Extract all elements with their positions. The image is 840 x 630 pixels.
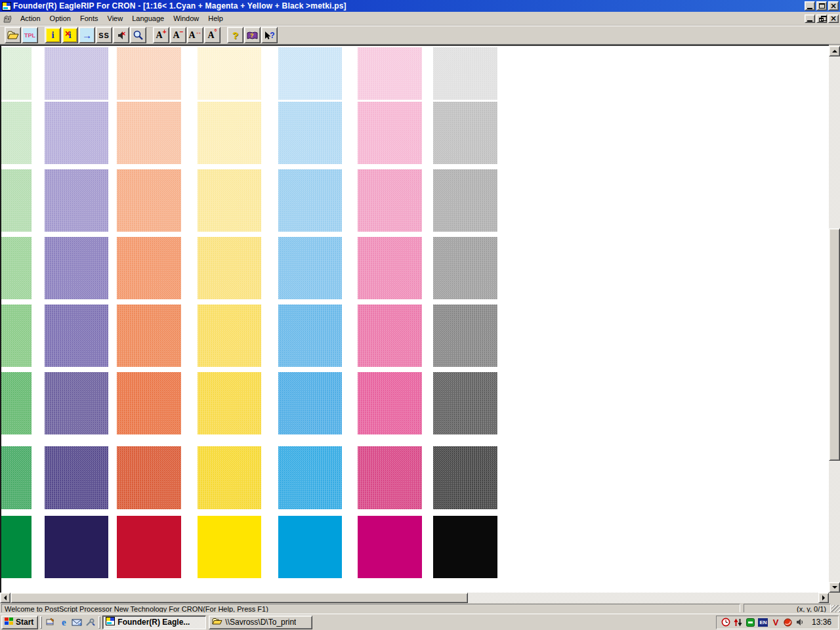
menu-item-language[interactable]: Language: [127, 13, 169, 24]
color-swatch-magenta-2: [358, 102, 422, 164]
color-swatch-cyan-8: [278, 516, 342, 578]
color-swatch-magenta-8: [358, 516, 422, 578]
taskbar-handle[interactable]: [40, 616, 42, 629]
help-button[interactable]: ?: [227, 27, 243, 43]
color-swatch-cyan-4: [278, 237, 342, 299]
info-x-icon: i×: [63, 28, 77, 42]
quicklaunch-show-desktop-icon[interactable]: [44, 616, 57, 629]
menu-item-option[interactable]: Option: [45, 13, 75, 24]
color-swatch-cyan-5: [278, 304, 342, 367]
tray-antivirus-icon[interactable]: V: [770, 617, 781, 627]
mdi-close-button[interactable]: ×: [828, 14, 839, 23]
quicklaunch-internet-explorer-icon[interactable]: e: [57, 616, 70, 629]
open-file-button[interactable]: [5, 27, 21, 43]
color-swatch-violet-8: [45, 516, 108, 578]
menu-item-action[interactable]: Action: [16, 13, 45, 24]
mute-button[interactable]: ×: [113, 27, 129, 43]
tray-volume-icon[interactable]: [795, 617, 806, 627]
font-increase-button[interactable]: A+: [153, 27, 169, 43]
question-icon: ?: [228, 28, 242, 42]
scroll-left-button[interactable]: [0, 593, 10, 603]
book-icon: ?: [245, 28, 259, 42]
tray-scheduler-icon[interactable]: [721, 617, 731, 627]
resize-grip[interactable]: [831, 605, 840, 614]
color-swatch-yellow-6: [198, 372, 261, 434]
minimize-button[interactable]: [805, 1, 815, 10]
color-swatch-orange-8: [117, 516, 181, 578]
ss-button[interactable]: SS: [96, 27, 112, 43]
task-label: Founder(R) Eagle...: [117, 618, 190, 627]
task-button-active[interactable]: Founder(R) Eagle...: [102, 616, 206, 629]
scroll-up-button[interactable]: [829, 46, 840, 56]
color-swatch-black-6: [433, 372, 497, 434]
color-swatch-violet-3: [45, 169, 108, 232]
tray-red-ball-icon[interactable]: [783, 617, 793, 627]
title-bar[interactable]: Founder(R) EagleRIP For CRON - [1:16< 1.…: [0, 0, 840, 12]
task-label: \\Savross\D\To_print: [225, 618, 296, 627]
tray-language-indicator[interactable]: EN: [758, 617, 768, 627]
font-decrease-button[interactable]: A−: [170, 27, 186, 43]
quicklaunch-tools-icon[interactable]: [83, 616, 96, 629]
desktop: Founder(R) EagleRIP For CRON - [1:16< 1.…: [0, 0, 840, 630]
menu-item-window[interactable]: Window: [169, 13, 203, 24]
font-width-button[interactable]: A↔: [187, 27, 203, 43]
color-swatch-yellow-8: [198, 516, 261, 578]
close-button[interactable]: ×: [828, 1, 839, 10]
maximize-icon: [819, 3, 825, 9]
scroll-down-button[interactable]: [829, 582, 840, 593]
scroll-right-button[interactable]: [818, 593, 829, 603]
maximize-button[interactable]: [816, 1, 827, 10]
app-window-icon: [106, 617, 115, 627]
color-swatch-green-2: [1, 102, 32, 164]
folder-icon: [6, 28, 20, 42]
color-swatch-green-4: [1, 237, 32, 299]
color-swatch-orange-2: [117, 102, 181, 164]
zoom-button[interactable]: [130, 27, 146, 43]
tray-updown-arrows-icon[interactable]: [733, 617, 744, 627]
font-rotate-button[interactable]: A°: [204, 27, 220, 43]
color-swatch-yellow-3: [198, 169, 261, 232]
taskbar-handle[interactable]: [98, 616, 100, 629]
mdi-restore-button[interactable]: [816, 14, 827, 23]
menu-item-view[interactable]: View: [103, 13, 128, 24]
template-button[interactable]: TPL: [22, 27, 38, 43]
color-swatch-magenta-4: [358, 237, 422, 299]
help-topics-button[interactable]: ?: [244, 27, 261, 43]
quicklaunch-outlook-icon[interactable]: [70, 616, 83, 629]
color-swatch-black-7: [433, 446, 497, 509]
mdi-restore-icon: [819, 18, 824, 22]
vscroll-thumb[interactable]: [829, 228, 840, 461]
scrollbar-corner: [829, 593, 840, 603]
start-button[interactable]: Start: [1, 616, 38, 629]
color-swatch-yellow-2: [198, 102, 261, 164]
info-on-button[interactable]: i: [45, 27, 61, 43]
horizontal-scrollbar[interactable]: [0, 593, 829, 603]
color-swatch-orange-4: [117, 237, 181, 299]
color-swatch-orange-5: [117, 304, 181, 367]
context-help-button[interactable]: ?: [261, 27, 278, 43]
task-button[interactable]: \\Savross\D\To_print: [209, 616, 312, 629]
color-swatch-orange-3: [117, 169, 181, 232]
color-swatch-green-1: [1, 47, 32, 100]
forward-button[interactable]: →: [79, 27, 95, 43]
menu-item-fonts[interactable]: Fonts: [75, 13, 103, 24]
color-swatch-violet-4: [45, 237, 108, 299]
color-swatch-black-2: [433, 102, 497, 164]
taskbar-clock[interactable]: 13:36: [808, 618, 834, 627]
svg-text:?: ?: [250, 32, 254, 39]
color-swatch-cyan-2: [278, 102, 342, 164]
vertical-scrollbar[interactable]: [829, 46, 840, 593]
color-swatch-cyan-1: [278, 47, 342, 100]
hscroll-thumb[interactable]: [10, 593, 468, 603]
color-swatch-cyan-6: [278, 372, 342, 434]
tray-green-app-icon[interactable]: [746, 617, 756, 627]
color-swatch-green-8: [1, 516, 32, 578]
arrow-down-icon: [832, 586, 837, 589]
color-swatch-violet-2: [45, 102, 108, 164]
app-icon[interactable]: [2, 2, 11, 10]
info-off-button[interactable]: i×: [62, 27, 78, 43]
menu-item-help[interactable]: Help: [203, 13, 228, 24]
cursor-coordinates: (x, y, 0/1): [744, 604, 831, 613]
mdi-minimize-button[interactable]: [805, 14, 815, 23]
document-icon[interactable]: [3, 14, 13, 24]
